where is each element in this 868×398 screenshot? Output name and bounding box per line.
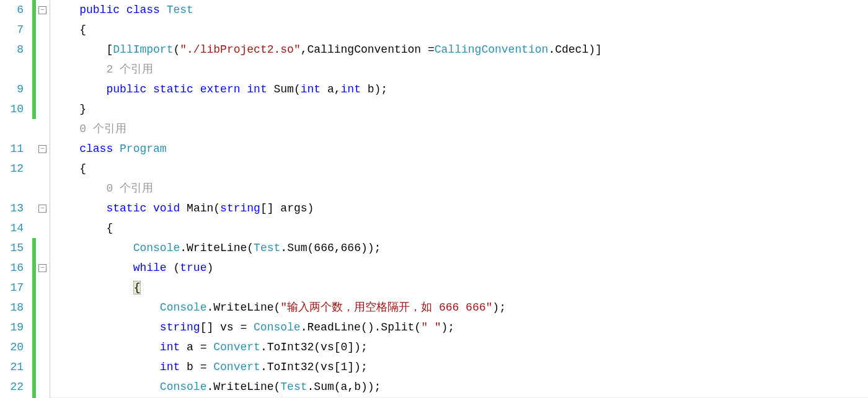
- code-line[interactable]: public static extern int Sum(int a,int b…: [50, 79, 868, 99]
- change-indicator: [32, 0, 36, 119]
- line-number: 15: [0, 238, 24, 258]
- code-token: while: [133, 262, 167, 274]
- code-token: Test: [167, 4, 193, 16]
- code-token: Program: [120, 143, 167, 155]
- code-token: string: [220, 202, 260, 214]
- code-line[interactable]: {: [50, 159, 868, 179]
- code-token: [] args): [260, 202, 314, 214]
- code-line[interactable]: 2 个引用: [50, 60, 868, 79]
- code-token: int: [301, 83, 321, 95]
- code-line[interactable]: static void Main(string[] args): [50, 198, 868, 218]
- code-line[interactable]: Console.WriteLine(Test.Sum(666,666));: [50, 238, 868, 258]
- code-token: {: [106, 222, 113, 234]
- code-token: {: [79, 24, 86, 36]
- code-token: true: [180, 262, 206, 274]
- code-token: 0 个引用: [79, 123, 126, 135]
- code-token: (: [414, 321, 421, 334]
- code-line[interactable]: [DllImport("./libProject2.so",CallingCon…: [50, 40, 868, 60]
- code-line[interactable]: 0 个引用: [50, 179, 868, 198]
- code-line[interactable]: 0 个引用: [50, 119, 868, 139]
- code-token: [: [106, 43, 113, 56]
- code-token: ().: [361, 321, 381, 334]
- code-token: )]: [588, 43, 602, 56]
- code-token: );: [441, 321, 455, 334]
- line-number: 21: [0, 357, 24, 377]
- code-token: WriteLine: [213, 301, 273, 314]
- code-token: ): [206, 262, 213, 274]
- code-token: (vs[1]);: [314, 361, 367, 373]
- code-token: [240, 83, 247, 95]
- code-token: "./libProject2.so": [180, 43, 300, 56]
- code-token: Split: [381, 321, 414, 334]
- line-number: 19: [0, 317, 24, 337]
- code-line[interactable]: while (true): [50, 258, 868, 278]
- code-line[interactable]: int b = Convert.ToInt32(vs[1]);: [50, 357, 868, 377]
- code-token: Console: [254, 321, 301, 334]
- code-line[interactable]: {: [50, 20, 868, 40]
- code-token: (: [213, 202, 220, 214]
- line-number: 22: [0, 377, 24, 397]
- code-token: .: [206, 381, 213, 393]
- code-token: (666,666));: [308, 242, 381, 254]
- code-line[interactable]: public class Test: [50, 0, 868, 20]
- code-line[interactable]: Console.WriteLine("输入两个数，用空格隔开，如 666 666…: [50, 298, 868, 317]
- code-token: [267, 83, 274, 95]
- code-token: Console: [160, 381, 207, 393]
- code-token: (: [273, 301, 280, 314]
- code-token: [] vs =: [200, 321, 254, 334]
- code-token: int: [160, 361, 180, 373]
- fold-toggle-icon[interactable]: −: [38, 145, 46, 153]
- line-number: 12: [0, 159, 24, 179]
- code-token: Test: [280, 381, 307, 393]
- code-token: "输入两个数，用空格隔开，如 666 666": [280, 301, 492, 314]
- code-token: string: [160, 321, 200, 334]
- code-line[interactable]: }: [50, 99, 868, 119]
- code-line[interactable]: {: [50, 218, 868, 238]
- code-token: Convert: [213, 361, 260, 373]
- code-token: .: [301, 321, 308, 334]
- code-token: a =: [180, 341, 213, 353]
- code-line[interactable]: {: [50, 278, 868, 298]
- code-token: [146, 202, 153, 214]
- code-token: 0 个引用: [106, 182, 153, 195]
- line-number: 17: [0, 278, 24, 298]
- code-token: Sum: [274, 83, 294, 95]
- code-line[interactable]: int a = Convert.ToInt32(vs[0]);: [50, 337, 868, 357]
- line-number: 10: [0, 99, 24, 119]
- code-token: (: [247, 242, 254, 254]
- line-number: [0, 60, 24, 79]
- code-token: }: [79, 103, 86, 115]
- line-number: [0, 119, 24, 139]
- code-token: static: [153, 83, 193, 95]
- code-line[interactable]: Console.WriteLine(Test.Sum(a,b));: [50, 377, 868, 397]
- code-token: Console: [133, 242, 180, 254]
- code-token: .: [308, 381, 314, 393]
- code-editor[interactable]: public class Test { [DllImport("./libPro…: [50, 0, 868, 398]
- code-token: b =: [180, 361, 213, 373]
- code-token: [113, 143, 120, 155]
- code-token: [180, 202, 187, 214]
- line-number: 8: [0, 40, 24, 60]
- fold-toggle-icon[interactable]: −: [38, 205, 46, 213]
- fold-toggle-icon[interactable]: −: [38, 264, 46, 272]
- fold-toggle-icon[interactable]: −: [38, 6, 46, 14]
- code-line[interactable]: string[] vs = Console.ReadLine().Split("…: [50, 317, 868, 337]
- line-number: 7: [0, 20, 24, 40]
- code-token: ,: [301, 43, 308, 56]
- code-token: Sum: [287, 242, 307, 254]
- line-number: 16: [0, 258, 24, 278]
- code-token: int: [247, 83, 267, 95]
- code-token: .: [180, 242, 187, 254]
- line-number: 11: [0, 139, 24, 159]
- code-token: Main: [187, 202, 213, 214]
- code-token: [160, 4, 167, 16]
- code-token: (: [173, 43, 180, 56]
- code-token: (a,b));: [334, 381, 381, 393]
- fold-gutter: −−−−: [37, 0, 50, 398]
- line-number-gutter: 678910111213141516171819202122232425: [0, 0, 30, 398]
- code-token: (: [167, 262, 180, 274]
- code-token: CallingConvention: [308, 43, 428, 56]
- code-token: 2 个引用: [106, 63, 153, 76]
- code-token: .: [260, 341, 267, 353]
- code-line[interactable]: class Program: [50, 139, 868, 159]
